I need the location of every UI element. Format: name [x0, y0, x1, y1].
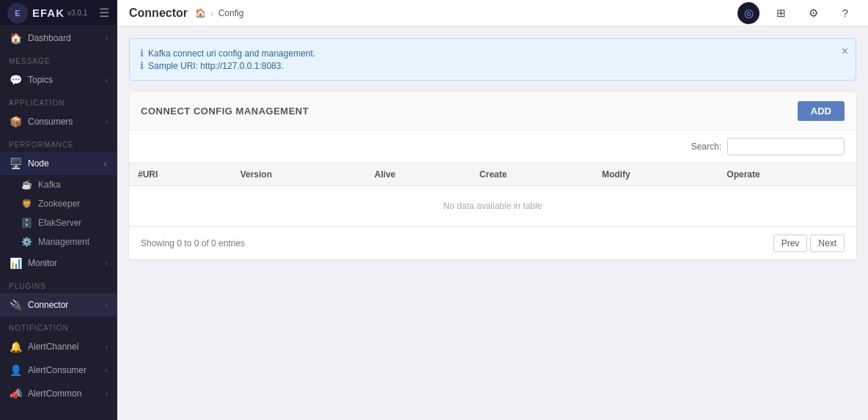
section-performance: PERFORMANCE	[0, 133, 117, 152]
breadcrumb-separator: ›	[210, 7, 214, 19]
chevron-icon: ‹	[106, 343, 108, 351]
consumers-icon: 📦	[9, 116, 22, 128]
node-icon: 🖥️	[9, 158, 22, 169]
card-title: CONNECT CONFIG MANAGEMENT	[141, 106, 309, 117]
connector-icon: 🔌	[9, 299, 22, 311]
card-header: CONNECT CONFIG MANAGEMENT ADD	[129, 92, 856, 130]
sidebar-item-connector[interactable]: 🔌 Connector ‹	[0, 293, 117, 317]
sidebar-item-monitor[interactable]: 📊 Monitor ‹	[0, 251, 117, 275]
col-version: Version	[232, 163, 366, 186]
menu-icon[interactable]: ☰	[99, 6, 109, 20]
app-version: v3.0.1	[67, 9, 87, 17]
sidebar-item-label: AlertConsumer	[28, 365, 106, 375]
col-modify: Modify	[593, 163, 718, 186]
info-line-1: Kafka connect uri config and management.	[148, 48, 315, 59]
sidebar-item-label: Topics	[28, 75, 106, 85]
sidebar-item-label: Consumers	[28, 117, 106, 127]
search-label: Search:	[691, 141, 721, 152]
monitor-icon: 📊	[9, 257, 22, 269]
table-row-empty: No data available in table	[129, 186, 856, 226]
chevron-icon: ‹	[106, 34, 108, 43]
sidebar-item-management[interactable]: ⚙️ Management	[0, 232, 117, 251]
sidebar-item-kafka[interactable]: ☕ Kafka	[0, 175, 117, 194]
section-message: MESSAGE	[0, 50, 117, 68]
sidebar-item-zookeeper[interactable]: 🦁 Zookeeper	[0, 194, 117, 213]
breadcrumb-home-icon[interactable]: 🏠	[195, 8, 206, 18]
sidebar-item-alertcommon[interactable]: 📣 AlertCommon ‹	[0, 382, 117, 405]
sidebar-item-dashboard[interactable]: 🏠 Dashboard ‹	[0, 26, 117, 50]
showing-text: Showing 0 to 0 of 0 entries	[141, 238, 245, 248]
sidebar-item-label: AlertCommon	[28, 388, 106, 399]
chevron-icon: ‹	[106, 118, 108, 126]
no-data-message: No data available in table	[129, 186, 856, 226]
prev-button[interactable]: Prev	[773, 235, 808, 252]
topbar: Connector 🏠 › Config ◎ ⊞ ⚙ ?	[117, 0, 868, 26]
chevron-icon: ‹	[106, 390, 108, 398]
info-icon-2: ℹ	[140, 60, 144, 71]
grid-icon[interactable]: ⊞	[770, 2, 792, 24]
pagination: Prev Next	[773, 235, 845, 252]
info-banner: ℹ Kafka connect uri config and managemen…	[129, 38, 856, 81]
sidebar-item-label: Dashboard	[28, 33, 106, 43]
config-table: #URI Version Alive Create Modify Operate…	[129, 163, 856, 226]
chevron-icon: ‹	[106, 76, 108, 84]
section-application: APPLICATION	[0, 92, 117, 110]
topbar-left: Connector 🏠 › Config	[129, 7, 243, 20]
info-line-2: Sample URI: http://127.0.0.1:8083.	[148, 61, 284, 71]
management-icon: ⚙️	[21, 237, 32, 247]
alertconsumer-icon: 👤	[9, 364, 22, 376]
next-button[interactable]: Next	[810, 235, 845, 252]
sidebar-header: E EFAK v3.0.1 ☰	[0, 0, 117, 26]
col-uri: #URI	[129, 163, 232, 186]
table-toolbar: Search:	[129, 130, 856, 163]
sidebar-item-topics[interactable]: 💬 Topics ‹	[0, 68, 117, 92]
col-create: Create	[471, 163, 593, 186]
app-name: EFAK	[32, 7, 65, 19]
sidebar-item-node[interactable]: 🖥️ Node ∨	[0, 152, 117, 175]
info-icon-1: ℹ	[140, 48, 144, 59]
col-operate: Operate	[718, 163, 856, 186]
breadcrumb-current: Config	[218, 8, 244, 18]
col-alive: Alive	[366, 163, 471, 186]
sidebar-item-label: Zookeeper	[38, 199, 80, 209]
table-footer: Showing 0 to 0 of 0 entries Prev Next	[129, 226, 856, 259]
page-title: Connector	[129, 7, 188, 20]
sidebar-item-consumers[interactable]: 📦 Consumers ‹	[0, 110, 117, 133]
add-button[interactable]: ADD	[798, 101, 845, 121]
breadcrumb: 🏠 › Config	[195, 7, 243, 19]
table-header-row: #URI Version Alive Create Modify Operate	[129, 163, 856, 186]
main-content: Connector 🏠 › Config ◎ ⊞ ⚙ ? ℹ Kafka con…	[117, 0, 868, 420]
sidebar-item-label: Node	[28, 158, 103, 169]
sidebar-item-label: Management	[38, 237, 89, 247]
kafka-icon: ☕	[21, 180, 32, 190]
sidebar-item-efakserver[interactable]: 🗄️ EfakServer	[0, 213, 117, 232]
sidebar-item-label: EfakServer	[38, 218, 81, 228]
sidebar-item-label: Monitor	[28, 258, 106, 268]
topics-icon: 💬	[9, 74, 22, 86]
sidebar-item-alertchannel[interactable]: 🔔 AlertChannel ‹	[0, 335, 117, 358]
efakserver-icon: 🗄️	[21, 218, 32, 228]
brand-icon[interactable]: ◎	[738, 2, 760, 24]
zookeeper-icon: 🦁	[21, 199, 32, 209]
section-plugins: PLUGINS	[0, 275, 117, 293]
chevron-icon: ‹	[106, 301, 108, 309]
search-input[interactable]	[727, 138, 845, 155]
alertchannel-icon: 🔔	[9, 341, 22, 353]
content-area: ℹ Kafka connect uri config and managemen…	[117, 26, 868, 420]
banner-close-button[interactable]: ×	[842, 45, 848, 58]
sidebar-item-alertconsumer[interactable]: 👤 AlertConsumer ‹	[0, 358, 117, 382]
connect-config-card: CONNECT CONFIG MANAGEMENT ADD Search: #U…	[129, 92, 856, 259]
settings-icon[interactable]: ⚙	[802, 2, 824, 24]
sidebar: E EFAK v3.0.1 ☰ 🏠 Dashboard ‹ MESSAGE 💬 …	[0, 0, 117, 420]
sidebar-item-label: AlertChannel	[28, 342, 106, 352]
section-notification: NOTIFICATION	[0, 317, 117, 335]
app-logo: E	[7, 3, 28, 23]
sidebar-item-label: Connector	[28, 300, 106, 310]
sidebar-item-label: Kafka	[38, 180, 61, 190]
help-icon[interactable]: ?	[834, 2, 856, 24]
topbar-right-icons: ◎ ⊞ ⚙ ?	[738, 2, 856, 24]
alertcommon-icon: 📣	[9, 388, 22, 399]
chevron-icon: ‹	[106, 366, 108, 375]
dashboard-icon: 🏠	[9, 32, 22, 44]
chevron-down-icon: ∨	[103, 160, 108, 168]
